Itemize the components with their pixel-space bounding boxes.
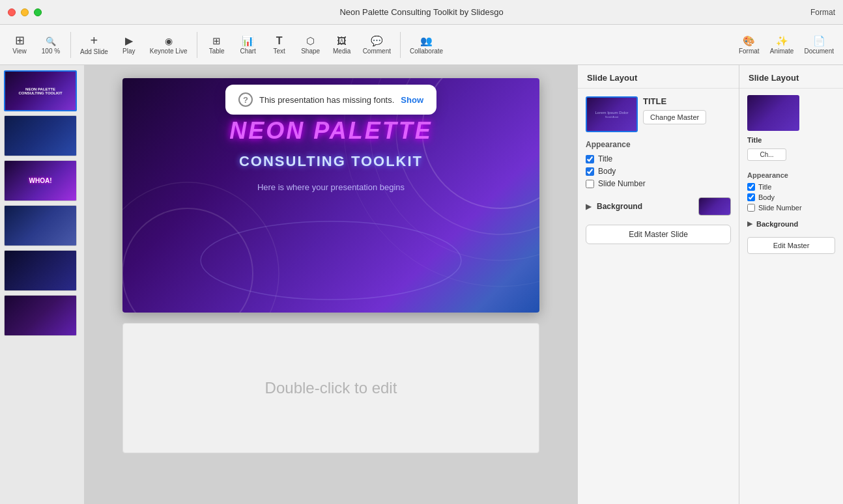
chart-icon xyxy=(242,35,254,46)
traffic-lights xyxy=(8,8,42,16)
far-appearance-section: Appearance Title Body Slide Number ▶ Bac… xyxy=(747,171,835,254)
text-toolbar-group[interactable]: Text xyxy=(265,32,294,57)
missing-fonts-message: This presentation has missing fonts. xyxy=(259,95,394,105)
far-appearance-title: Appearance xyxy=(747,171,835,179)
far-edit-master-button[interactable]: Edit Master xyxy=(747,237,835,254)
add-slide-toolbar-group[interactable]: Add Slide xyxy=(76,31,112,58)
close-button[interactable] xyxy=(8,8,16,16)
slide-thumb-6[interactable]: 6 xyxy=(4,295,80,336)
title-checkbox[interactable] xyxy=(586,155,594,163)
background-preview[interactable] xyxy=(698,197,731,216)
slide-main-subtitle: CONSULTING TOOLKIT xyxy=(239,153,423,170)
layout-thumb-text: Lorem Ipsum DolorSemit Amet xyxy=(595,111,628,119)
far-background-arrow[interactable]: ▶ xyxy=(747,219,752,228)
far-change-master-button[interactable]: Ch... xyxy=(747,148,786,161)
svg-point-0 xyxy=(422,78,539,208)
background-collapse-arrow[interactable]: ▶ xyxy=(586,202,592,211)
background-section: ▶ Background xyxy=(586,197,731,216)
toolbar-divider-2 xyxy=(197,32,197,58)
zoom-toolbar-group[interactable]: 100 % xyxy=(36,32,65,57)
far-body-checkbox[interactable] xyxy=(747,193,755,201)
far-title-checkbox[interactable] xyxy=(747,183,755,191)
second-slide-canvas[interactable]: Double-click to edit xyxy=(122,323,539,453)
comment-label: Comment xyxy=(363,48,391,55)
collaborate-label: Collaborate xyxy=(410,48,443,55)
title-checkbox-label: Title xyxy=(598,154,612,163)
body-checkbox-label: Body xyxy=(598,167,616,176)
media-toolbar-group[interactable]: Media xyxy=(328,32,356,57)
table-icon xyxy=(212,35,221,46)
slide-tagline: Here is where your presentation begins xyxy=(257,182,405,192)
view-icon xyxy=(15,35,25,46)
slide-number-checkbox-label: Slide Number xyxy=(598,179,646,188)
slide-number-checkbox-row: Slide Number xyxy=(586,179,731,188)
svg-point-5 xyxy=(122,182,279,313)
animate-label: Animate xyxy=(770,48,794,55)
body-checkbox[interactable] xyxy=(586,167,594,176)
far-slide-number-checkbox-label: Slide Number xyxy=(758,204,802,212)
far-layout-name: Title xyxy=(747,136,835,144)
slide-thumb-2[interactable]: 2 xyxy=(4,115,80,156)
main-layout: 1 NEON PALETTECONSULTING TOOLKIT 2 3 WHO… xyxy=(0,65,843,504)
change-master-button[interactable]: Change Master xyxy=(643,110,706,124)
format-icon xyxy=(743,35,755,46)
animate-icon xyxy=(776,35,788,46)
far-title-checkbox-label: Title xyxy=(758,183,771,191)
chart-label: Chart xyxy=(240,48,255,55)
title-checkbox-row: Title xyxy=(586,154,731,163)
media-label: Media xyxy=(333,48,350,55)
slide-thumb-1[interactable]: 1 NEON PALETTECONSULTING TOOLKIT xyxy=(4,70,80,111)
far-body-checkbox-row: Body xyxy=(747,193,835,201)
toolbar-divider-1 xyxy=(70,32,71,58)
far-body-checkbox-label: Body xyxy=(758,193,775,201)
svg-point-6 xyxy=(201,221,461,300)
document-toolbar-group[interactable]: Document xyxy=(800,32,838,57)
slide-3-whoa-text: WHOA! xyxy=(29,177,52,184)
slide-number-checkbox[interactable] xyxy=(586,180,594,188)
far-title-checkbox-row: Title xyxy=(747,183,835,191)
add-slide-label: Add Slide xyxy=(80,48,108,55)
zoom-icon xyxy=(46,35,56,46)
view-label: View xyxy=(12,48,27,55)
far-slide-number-checkbox[interactable] xyxy=(747,204,755,212)
toolbar: View 100 % Add Slide Play Keynote Live T… xyxy=(0,25,843,65)
chart-toolbar-group[interactable]: Chart xyxy=(234,32,263,57)
layout-name: TITLE xyxy=(643,96,731,106)
far-right-panel-header: Slide Layout xyxy=(739,65,843,89)
title-bar-format-button[interactable]: Format xyxy=(810,8,835,17)
view-toolbar-group[interactable]: View xyxy=(5,32,34,57)
maximize-button[interactable] xyxy=(34,8,42,16)
text-label: Text xyxy=(273,48,285,55)
layout-info-section: TITLE Change Master xyxy=(643,96,731,132)
slide-thumb-5[interactable]: 5 xyxy=(4,250,80,291)
format-toolbar-group[interactable]: Format xyxy=(735,32,764,57)
missing-fonts-banner: ? This presentation has missing fonts. S… xyxy=(225,85,436,115)
document-label: Document xyxy=(804,48,834,55)
slide-thumb-3[interactable]: 3 WHOA! xyxy=(4,160,80,201)
shape-toolbar-group[interactable]: Shape xyxy=(296,32,325,57)
play-icon xyxy=(125,35,133,46)
slide-layout-panel-header: Slide Layout xyxy=(578,65,739,89)
comment-toolbar-group[interactable]: Comment xyxy=(359,32,395,57)
slide-thumbnail-6 xyxy=(4,295,77,336)
table-label: Table xyxy=(209,48,225,55)
layout-preview-row: Lorem Ipsum DolorSemit Amet TITLE Change… xyxy=(586,96,731,132)
edit-master-slide-button[interactable]: Edit Master Slide xyxy=(586,225,731,244)
keynote-live-toolbar-group[interactable]: Keynote Live xyxy=(146,32,192,57)
comment-icon xyxy=(371,35,383,46)
collaborate-toolbar-group[interactable]: Collaborate xyxy=(406,32,447,57)
play-toolbar-group[interactable]: Play xyxy=(115,32,143,57)
slide-thumbnail-4 xyxy=(4,205,77,246)
slide-thumb-4[interactable]: 4 xyxy=(4,205,80,246)
far-background-label: Background xyxy=(756,220,798,228)
zoom-label: 100 % xyxy=(42,48,60,55)
appearance-section-title: Appearance xyxy=(586,140,731,149)
table-toolbar-group[interactable]: Table xyxy=(203,32,231,57)
missing-fonts-icon: ? xyxy=(238,92,253,107)
far-slide-number-checkbox-row: Slide Number xyxy=(747,204,835,212)
minimize-button[interactable] xyxy=(21,8,29,16)
shape-label: Shape xyxy=(301,48,320,55)
canvas-area: ? This presentation has missing fonts. S… xyxy=(85,65,577,504)
animate-toolbar-group[interactable]: Animate xyxy=(766,32,798,57)
missing-fonts-show-button[interactable]: Show xyxy=(401,95,423,105)
